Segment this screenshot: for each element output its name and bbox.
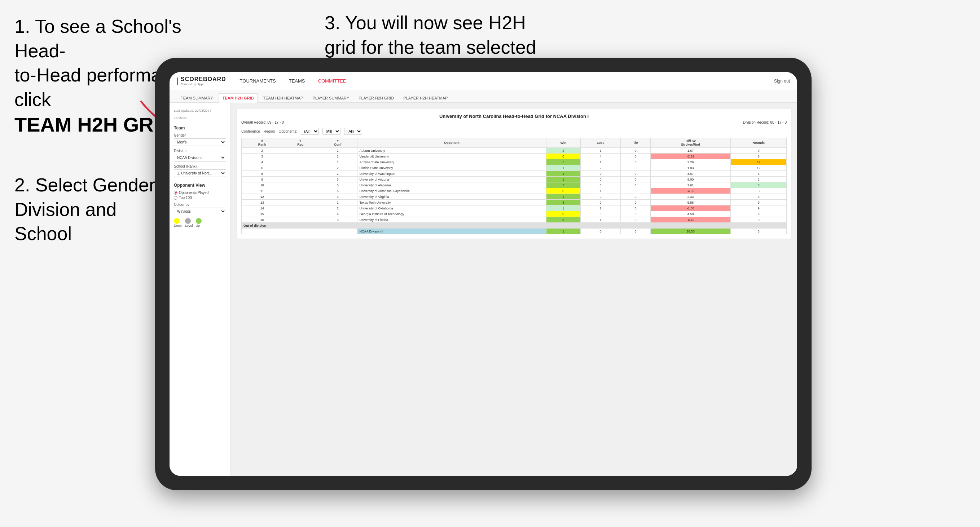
table-row: 4 1 Arizona State University 5 1 0 2.29 … bbox=[242, 159, 787, 165]
tab-player-summary[interactable]: PLAYER SUMMARY bbox=[309, 94, 353, 102]
legend-down-circle bbox=[174, 218, 180, 224]
colour-by-select[interactable]: Win/loss bbox=[174, 208, 226, 215]
logo-area: SCOREBOARD Powered by clippi bbox=[177, 76, 226, 86]
radio-opponents-played[interactable]: Opponents Played bbox=[174, 191, 226, 195]
app-header: SCOREBOARD Powered by clippi TOURNAMENTS… bbox=[170, 72, 797, 90]
timestamp: Last Updated: 27/03/2024 bbox=[174, 109, 226, 113]
col-reg: #Reg bbox=[283, 138, 318, 148]
school-label: School (Rank) bbox=[174, 164, 226, 168]
overall-record: Overall Record: 89 - 17 - 0 bbox=[241, 121, 284, 124]
opponent-view-title: Opponent View bbox=[174, 183, 226, 188]
radio-dot-opponents bbox=[174, 191, 177, 195]
conference-select[interactable]: (All) bbox=[301, 128, 319, 135]
opponent-select[interactable]: (All) bbox=[344, 128, 362, 135]
content-area: Last Updated: 27/03/2024 16:55:38 Team G… bbox=[170, 103, 797, 476]
sub-nav: TEAM SUMMARY TEAM H2H GRID TEAM H2H HEAT… bbox=[170, 90, 797, 103]
opponent-filter-group: Opponents: bbox=[278, 129, 297, 133]
opponent-view-group: Opponents Played Top 100 bbox=[174, 191, 226, 200]
main-content: University of North Carolina Head-to-Hea… bbox=[231, 103, 797, 476]
table-row: 3 2 Vanderbilt University 0 4 0 -2.29 8 bbox=[242, 154, 787, 159]
col-conf: #Conf bbox=[318, 138, 358, 148]
tablet-screen: SCOREBOARD Powered by clippi TOURNAMENTS… bbox=[170, 72, 797, 476]
tab-team-summary[interactable]: TEAM SUMMARY bbox=[177, 94, 217, 102]
table-row: 15 4 Georgia Institute of Technology 0 5… bbox=[242, 211, 787, 217]
tablet-frame: SCOREBOARD Powered by clippi TOURNAMENTS… bbox=[155, 58, 811, 490]
col-rank: #Rank bbox=[242, 138, 283, 148]
nav-committee[interactable]: COMMITTEE bbox=[315, 77, 349, 85]
sidebar: Last Updated: 27/03/2024 16:55:38 Team G… bbox=[170, 103, 231, 476]
nav-menu: TOURNAMENTS TEAMS COMMITTEE bbox=[237, 77, 763, 85]
conference-filter: Conference bbox=[241, 129, 260, 133]
timestamp2: 16:55:38 bbox=[174, 116, 226, 120]
legend-up-circle bbox=[196, 218, 202, 224]
table-row: 12 3 University of Virginia 1 0 0 2.33 3 bbox=[242, 194, 787, 200]
table-row: 2 1 Auburn University 2 1 0 1.67 9 bbox=[242, 148, 787, 154]
col-rounds: Rounds bbox=[731, 138, 787, 148]
school-select[interactable]: 1. University of Nort... bbox=[174, 170, 226, 177]
grid-title: University of North Carolina Head-to-Hea… bbox=[241, 114, 787, 119]
division-select[interactable]: NCAA Division I bbox=[174, 154, 226, 162]
table-row: 11 6 University of Arkansas, Fayettevill… bbox=[242, 188, 787, 194]
conference-label: Conference bbox=[241, 129, 260, 133]
region-select[interactable]: (All) bbox=[323, 128, 340, 135]
instruction-step2: 2. Select Gender, Division and School bbox=[14, 173, 159, 246]
division-label: Division bbox=[174, 149, 226, 153]
tab-team-h2h-heatmap[interactable]: TEAM H2H HEATMAP bbox=[259, 94, 307, 102]
tab-player-h2h-grid[interactable]: PLAYER H2H GRID bbox=[355, 94, 398, 102]
table-row: 9 3 University of Arizona 1 0 0 9.00 2 bbox=[242, 177, 787, 183]
filter-row: Conference Region Opponents: (All) (All)… bbox=[241, 128, 787, 135]
gender-label: Gender bbox=[174, 133, 226, 137]
tab-team-h2h-grid[interactable]: TEAM H2H GRID bbox=[219, 94, 258, 103]
col-tie: Tie bbox=[621, 138, 651, 148]
table-row: 16 3 University of Florida 3 1 0 -6.42 9 bbox=[242, 217, 787, 223]
instruction-step3: 3. You will now see H2H grid for the tea… bbox=[325, 11, 536, 59]
region-label: Region bbox=[264, 129, 275, 133]
col-opponent: Opponent bbox=[358, 138, 546, 148]
color-legend: Down Level Up bbox=[174, 218, 226, 227]
table-row: 10 5 University of Alabama 3 0 0 2.61 8 bbox=[242, 183, 787, 188]
tab-player-h2h-heatmap[interactable]: PLAYER H2H HEATMAP bbox=[399, 94, 452, 102]
legend-up-label: Up bbox=[196, 224, 202, 227]
colour-by-label: Colour by bbox=[174, 203, 226, 206]
logo-text: SCOREBOARD bbox=[181, 76, 226, 83]
region-filter: Region bbox=[264, 129, 275, 133]
radio-dot-top100 bbox=[174, 196, 177, 200]
opponents-label: Opponents: bbox=[278, 129, 297, 133]
logo-bar bbox=[177, 78, 178, 85]
nav-teams[interactable]: TEAMS bbox=[286, 77, 308, 85]
team-section-title: Team bbox=[174, 125, 226, 130]
table-row: 14 2 University of Oklahoma 1 2 0 -1.00 … bbox=[242, 205, 787, 211]
gender-select[interactable]: Men's Women's bbox=[174, 138, 226, 146]
out-of-division-row: NCAA Division II 1 0 0 26.00 3 bbox=[242, 229, 787, 234]
col-loss: Loss bbox=[581, 138, 620, 148]
grid-panel: University of North Carolina Head-to-Hea… bbox=[237, 109, 791, 239]
h2h-grid-table: #Rank #Reg #Conf Opponent Win Loss Tie D… bbox=[241, 138, 787, 234]
nav-tournaments[interactable]: TOURNAMENTS bbox=[237, 77, 279, 85]
legend-down-label: Down bbox=[174, 224, 182, 227]
grid-records: Overall Record: 89 - 17 - 0 Division Rec… bbox=[241, 121, 787, 124]
table-row: 13 1 Texas Tech University 3 0 0 5.56 9 bbox=[242, 200, 787, 205]
legend-level-label: Level bbox=[185, 224, 193, 227]
radio-top100[interactable]: Top 100 bbox=[174, 196, 226, 200]
legend-level-circle bbox=[185, 218, 191, 224]
division-record: Division Record: 88 - 17 - 0 bbox=[743, 121, 787, 124]
sign-out-button[interactable]: Sign out bbox=[774, 79, 790, 84]
out-of-division-header: Out of division bbox=[242, 223, 787, 229]
col-win: Win bbox=[546, 138, 581, 148]
logo-sub: Powered by clippi bbox=[181, 83, 226, 86]
table-row: 6 2 Florida State University 1 2 0 1.83 … bbox=[242, 165, 787, 171]
table-row: 8 2 University of Washington 1 0 0 3.67 … bbox=[242, 171, 787, 177]
col-diff: Diff AvStrokes/Rnd bbox=[650, 138, 730, 148]
